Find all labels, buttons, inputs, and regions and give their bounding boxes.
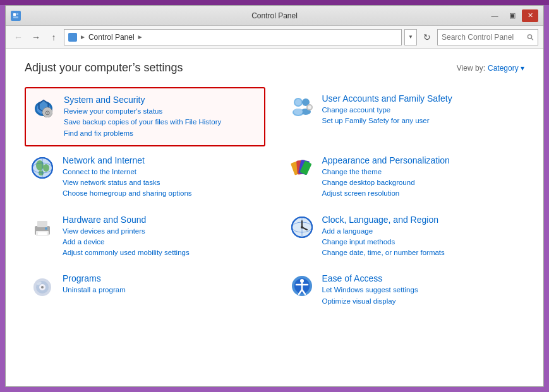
network-link-3[interactable]: Choose homegroup and sharing options: [63, 188, 260, 199]
appearance-content: Appearance and Personalization Change th…: [322, 155, 520, 199]
title-bar: Control Panel — ▣ ✕: [6, 6, 543, 26]
minimize-button[interactable]: —: [486, 9, 503, 22]
clock-title[interactable]: Clock, Language, and Region: [322, 215, 520, 225]
path-label: Control Panel: [88, 33, 135, 42]
svg-rect-1: [13, 13, 16, 16]
ease-link-2[interactable]: Optimize visual display: [322, 296, 520, 307]
appearance-link-3[interactable]: Adjust screen resolution: [322, 188, 520, 199]
network-content: Network and Internet Connect to the Inte…: [63, 155, 260, 199]
ease-icon: [289, 273, 315, 299]
category-network[interactable]: Network and Internet Connect to the Inte…: [25, 149, 265, 206]
ease-title[interactable]: Ease of Access: [322, 273, 520, 283]
clock-link-3[interactable]: Change date, time, or number formats: [322, 247, 520, 258]
system-security-title[interactable]: System and Security: [64, 95, 259, 105]
hardware-content: Hardware and Sound View devices and prin…: [63, 215, 260, 259]
category-system-security[interactable]: ⊙ System and Security Review your comput…: [25, 87, 265, 146]
system-security-link-1[interactable]: Review your computer's status: [64, 106, 259, 117]
clock-link-2[interactable]: Change input methods: [322, 237, 520, 247]
search-input[interactable]: [442, 33, 524, 42]
ease-content: Ease of Access Let Windows suggest setti…: [322, 273, 520, 307]
category-programs[interactable]: Programs Uninstall a program: [25, 267, 265, 313]
address-bar: ← → ↑ ► Control Panel ► ▼ ↻: [6, 26, 543, 49]
clock-link-1[interactable]: Add a language: [322, 226, 520, 237]
network-link-2[interactable]: View network status and tasks: [63, 177, 260, 188]
search-icon: [527, 33, 534, 41]
svg-point-4: [528, 34, 532, 38]
programs-link-1[interactable]: Uninstall a program: [63, 285, 260, 295]
user-accounts-content: User Accounts and Family Safety Change a…: [322, 93, 520, 127]
svg-rect-2: [16, 13, 18, 15]
up-button[interactable]: ↑: [46, 30, 61, 45]
svg-point-45: [301, 226, 303, 229]
hardware-icon: [30, 215, 55, 240]
forward-button[interactable]: →: [28, 30, 44, 45]
appearance-title[interactable]: Appearance and Personalization: [322, 155, 520, 165]
svg-point-24: [43, 164, 49, 172]
category-user-accounts[interactable]: User Accounts and Family Safety Change a…: [284, 87, 525, 146]
network-link-1[interactable]: Connect to the Internet: [63, 167, 260, 177]
view-by-label: View by:: [457, 64, 485, 73]
address-dropdown[interactable]: ▼: [404, 29, 417, 45]
system-security-link-3[interactable]: Find and fix problems: [64, 128, 259, 139]
window-title: Control Panel: [6, 11, 543, 20]
clock-content: Clock, Language, and Region Add a langua…: [322, 215, 520, 259]
view-by-value[interactable]: Category ▾: [488, 64, 524, 73]
window-controls: — ▣ ✕: [486, 9, 538, 22]
address-path[interactable]: ► Control Panel ►: [64, 29, 402, 45]
appearance-link-1[interactable]: Change the theme: [322, 167, 520, 177]
close-button[interactable]: ✕: [522, 9, 538, 22]
svg-rect-3: [13, 16, 18, 18]
svg-point-37: [45, 227, 47, 230]
category-hardware[interactable]: Hardware and Sound View devices and prin…: [25, 208, 265, 265]
svg-rect-34: [37, 221, 47, 227]
system-security-icon: ⊙: [31, 95, 56, 120]
user-accounts-link-2[interactable]: Set up Family Safety for any user: [322, 116, 520, 126]
svg-point-18: [294, 109, 303, 115]
system-security-content: System and Security Review your computer…: [64, 95, 259, 139]
control-panel-window: Control Panel — ▣ ✕ ← → ↑ ► Control Pane…: [5, 5, 544, 387]
back-button[interactable]: ←: [11, 30, 26, 45]
hardware-link-3[interactable]: Adjust commonly used mobility settings: [63, 247, 260, 258]
user-accounts-title[interactable]: User Accounts and Family Safety: [322, 93, 520, 104]
svg-text:⊙: ⊙: [45, 109, 50, 116]
path-separator-1: ►: [80, 33, 86, 40]
svg-rect-36: [38, 232, 47, 235]
programs-content: Programs Uninstall a program: [63, 273, 260, 295]
svg-point-20: [308, 105, 311, 109]
network-icon: [30, 155, 55, 181]
path-separator-2: ►: [137, 33, 143, 40]
clock-icon: [289, 215, 315, 240]
content-area: Adjust your computer’s settings View by:…: [6, 49, 543, 386]
page-title: Adjust your computer’s settings: [25, 61, 183, 74]
refresh-button[interactable]: ↻: [419, 30, 435, 45]
hardware-link-2[interactable]: Add a device: [63, 237, 260, 247]
search-box[interactable]: [437, 29, 538, 45]
programs-title[interactable]: Programs: [63, 273, 260, 283]
maximize-button[interactable]: ▣: [504, 9, 521, 22]
svg-point-49: [41, 286, 44, 288]
hardware-link-1[interactable]: View devices and printers: [63, 226, 260, 237]
categories-grid: ⊙ System and Security Review your comput…: [25, 87, 524, 313]
category-ease[interactable]: Ease of Access Let Windows suggest setti…: [284, 267, 525, 313]
page-header: Adjust your computer’s settings View by:…: [25, 61, 524, 74]
path-icon: [68, 33, 77, 42]
svg-point-17: [295, 99, 301, 105]
category-appearance[interactable]: Appearance and Personalization Change th…: [284, 149, 525, 206]
taskbar-hint: [0, 0, 549, 5]
window-icon: [11, 11, 21, 21]
system-security-link-2[interactable]: Save backup copies of your files with Fi…: [64, 117, 259, 128]
category-clock[interactable]: Clock, Language, and Region Add a langua…: [284, 208, 525, 265]
network-title[interactable]: Network and Internet: [63, 155, 260, 165]
svg-line-5: [531, 38, 533, 40]
appearance-icon: [289, 155, 315, 181]
user-accounts-link-1[interactable]: Change account type: [322, 105, 520, 116]
appearance-link-2[interactable]: Change desktop background: [322, 177, 520, 188]
programs-icon: [30, 273, 55, 299]
ease-link-1[interactable]: Let Windows suggest settings: [322, 285, 520, 295]
hardware-title[interactable]: Hardware and Sound: [63, 215, 260, 225]
view-by-control: View by: Category ▾: [457, 64, 524, 73]
user-accounts-icon: [289, 93, 315, 119]
